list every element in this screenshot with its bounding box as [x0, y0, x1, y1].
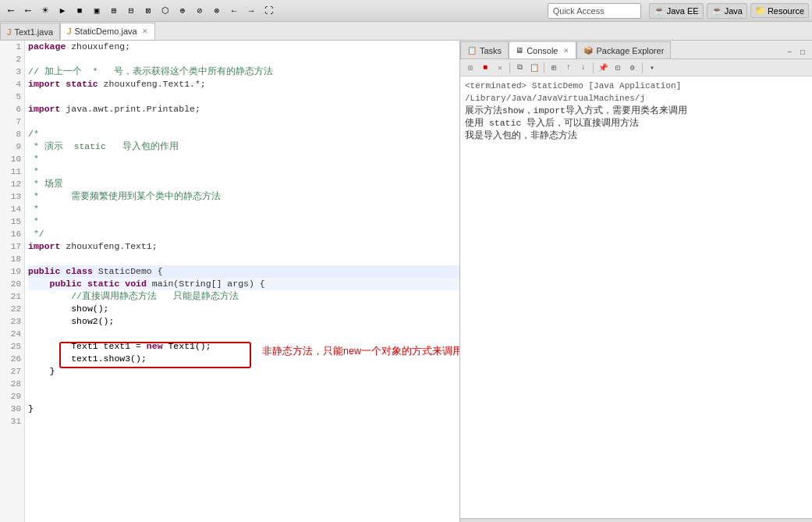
- ln-9: 9: [0, 140, 24, 153]
- red-annotation-text: 非静态方法，只能new一个对象的方式来调用。: [262, 345, 459, 358]
- ln-6: 6: [0, 103, 24, 115]
- code-line-7: [28, 115, 459, 128]
- toolbar-right: ☕ Java EE ☕ Java 📁 Resource: [649, 3, 809, 19]
- tab-package-explorer[interactable]: 📦 Package Explorer: [576, 41, 671, 59]
- console-paste-btn[interactable]: 📋: [527, 61, 541, 75]
- console-copy-btn[interactable]: ⧉: [512, 61, 527, 75]
- resource-icon: 📁: [755, 5, 766, 16]
- toolbar-icon-5[interactable]: ■: [72, 3, 87, 19]
- console-tab-close[interactable]: ✕: [563, 47, 569, 55]
- main-area: 1 2 3 4⊟ 5 6 7 8 9 10 11 12 13 14 15 16 …: [0, 41, 812, 522]
- console-open-btn[interactable]: ⊡: [611, 61, 625, 75]
- console-terminate-btn[interactable]: ■: [478, 61, 492, 75]
- console-line-1: 展示方法show，import导入方式，需要用类名来调用: [465, 105, 807, 117]
- code-line-11: *: [28, 165, 459, 178]
- ln-26: 26: [0, 353, 24, 365]
- console-next-btn[interactable]: ↓: [576, 61, 590, 75]
- code-line-31: [28, 415, 459, 428]
- console-sep-4: [642, 62, 643, 73]
- console-sep-1: [509, 62, 510, 73]
- toolbar-icon-13[interactable]: ⊗: [209, 3, 225, 19]
- toolbar-icon-7[interactable]: ⊞: [106, 3, 122, 19]
- right-panel: 📋 Tasks 🖥 Console ✕ 📦 Package Explorer −…: [460, 41, 812, 522]
- toolbar-icon-11[interactable]: ⊕: [175, 3, 190, 19]
- quick-access-label: Quick Access: [553, 6, 605, 16]
- toolbar-icon-15[interactable]: ⛶: [261, 3, 276, 19]
- code-area[interactable]: 1 2 3 4⊟ 5 6 7 8 9 10 11 12 13 14 15 16 …: [0, 41, 459, 522]
- toolbar-icon-10[interactable]: ⬡: [158, 3, 173, 19]
- ln-25: 25: [0, 340, 24, 353]
- ln-17: 17: [0, 240, 24, 253]
- editor-panel: 1 2 3 4⊟ 5 6 7 8 9 10 11 12 13 14 15 16 …: [0, 41, 460, 522]
- quick-access-input[interactable]: Quick Access: [548, 3, 641, 19]
- minimize-btn[interactable]: −: [783, 46, 796, 59]
- toolbar-icon-3[interactable]: ☀: [37, 3, 53, 19]
- package-explorer-label: Package Explorer: [596, 46, 664, 55]
- ln-8: 8: [0, 128, 24, 140]
- ln-28: 28: [0, 378, 24, 390]
- code-line-21: //直接调用静态方法 只能是静态方法: [28, 290, 459, 303]
- tab-console[interactable]: 🖥 Console ✕: [509, 41, 576, 59]
- ln-19: 19: [0, 265, 24, 278]
- perspective-resource[interactable]: 📁 Resource: [750, 3, 809, 18]
- ln-16: 16: [0, 228, 24, 240]
- console-scroll-lock-btn[interactable]: ⊞: [547, 61, 561, 75]
- code-line-14: *: [28, 203, 459, 215]
- code-line-1: package zhouxufeng;: [28, 41, 459, 53]
- console-line-3: 我是导入包的，非静态方法: [465, 130, 807, 142]
- resize-handle[interactable]: [460, 518, 812, 522]
- console-toolbar: ⊠ ■ ✕ ⧉ 📋 ⊞ ↑ ↓ 📌 ⊡ ⚙ ▾: [460, 59, 812, 76]
- tab-tasks[interactable]: 📋 Tasks: [460, 41, 509, 59]
- console-header: <terminated> StaticDemo [Java Applicatio…: [465, 80, 807, 105]
- ln-21: 21: [0, 290, 24, 303]
- ln-23: 23: [0, 315, 24, 328]
- toolbar-icon-arrow-back[interactable]: ←: [226, 3, 242, 19]
- toolbar-icon-9[interactable]: ⊠: [140, 3, 156, 19]
- tab-text1-icon: J: [7, 27, 12, 37]
- java-ee-label: Java EE: [667, 6, 699, 16]
- code-line-17: import zhouxufeng.Text1;: [28, 240, 459, 253]
- code-content[interactable]: package zhouxufeng; // 加上一个 * 号，表示获得这个类中…: [25, 41, 459, 522]
- console-pin-btn[interactable]: 📌: [596, 61, 610, 75]
- toolbar-icon-8[interactable]: ⊟: [123, 3, 139, 19]
- toolbar-icon-arrow-fwd[interactable]: →: [243, 3, 259, 19]
- tab-text1-java[interactable]: J Text1.java: [0, 23, 60, 40]
- java-ee-icon: ☕: [654, 5, 665, 16]
- resource-label: Resource: [768, 6, 804, 16]
- code-line-4: import static zhouxufeng.Text1.*;: [28, 78, 459, 91]
- right-panel-controls: − □: [783, 46, 812, 59]
- toolbar-icon-4[interactable]: ▶: [55, 3, 70, 19]
- ln-7: 7: [0, 115, 24, 128]
- tasks-icon: 📋: [467, 46, 477, 55]
- code-line-13: * 需要频繁使用到某个类中的静态方法: [28, 190, 459, 203]
- console-clear-btn[interactable]: ⊠: [463, 61, 477, 75]
- maximize-btn[interactable]: □: [796, 46, 809, 59]
- toolbar-icon-6[interactable]: ▣: [89, 3, 105, 19]
- console-line-2: 使用 static 导入后，可以直接调用方法: [465, 117, 807, 130]
- code-line-28: [28, 378, 459, 390]
- perspective-java-ee[interactable]: ☕ Java EE: [649, 3, 704, 19]
- console-settings-btn[interactable]: ⚙: [626, 61, 640, 75]
- ln-20: 20⊟: [0, 278, 24, 290]
- code-line-3: // 加上一个 * 号，表示获得这个类中所有的静态方法: [28, 66, 459, 78]
- console-remove-btn[interactable]: ✕: [493, 61, 507, 75]
- toolbar-icon-2[interactable]: ⟵: [20, 3, 36, 19]
- ln-11: 11: [0, 165, 24, 178]
- tab-staticdemo-close[interactable]: ✕: [142, 27, 148, 35]
- console-prev-btn[interactable]: ↑: [562, 61, 576, 75]
- ln-12: 12: [0, 178, 24, 190]
- ln-30: 30: [0, 403, 24, 415]
- ln-15: 15: [0, 215, 24, 228]
- console-viewmenu-btn[interactable]: ▾: [645, 61, 659, 75]
- toolbar-icon-12[interactable]: ⊘: [192, 3, 207, 19]
- perspective-java[interactable]: ☕ Java: [707, 3, 747, 19]
- console-sep-2: [544, 62, 544, 73]
- code-line-20: public static void main(String[] args) {: [28, 278, 459, 290]
- tab-staticdemo-java[interactable]: J StaticDemo.java ✕: [60, 23, 155, 40]
- code-line-16: */: [28, 228, 459, 240]
- console-sep-3: [593, 62, 594, 73]
- code-line-18: [28, 253, 459, 265]
- ln-1: 1: [0, 41, 24, 53]
- toolbar-icon-1[interactable]: ⟵: [3, 3, 19, 19]
- code-line-23: show2();: [28, 315, 459, 328]
